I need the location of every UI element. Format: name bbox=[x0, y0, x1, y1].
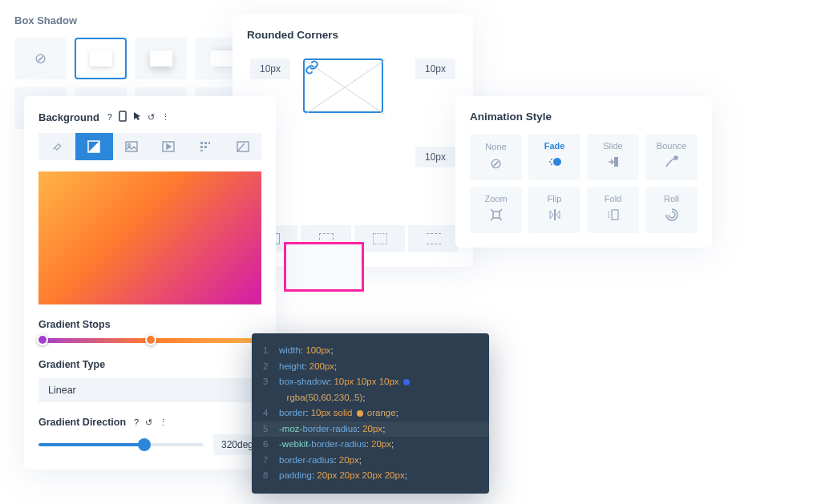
gradient-preview[interactable] bbox=[38, 171, 261, 304]
bounce-icon bbox=[664, 154, 680, 174]
background-tabs bbox=[38, 133, 261, 160]
reset-icon[interactable]: ↺ bbox=[148, 112, 155, 123]
svg-rect-4 bbox=[126, 142, 137, 151]
fold-icon bbox=[605, 207, 621, 227]
gradient-stop-handle[interactable] bbox=[37, 334, 48, 345]
svg-rect-8 bbox=[204, 142, 207, 144]
help-icon[interactable]: ? bbox=[107, 112, 112, 122]
animation-option-bounce[interactable]: Bounce bbox=[645, 134, 698, 180]
code-line: 6-webkit-border-radius: 20px; bbox=[263, 437, 478, 453]
animation-option-fold[interactable]: Fold bbox=[587, 187, 639, 233]
animation-option-none[interactable]: None⊘ bbox=[470, 134, 522, 180]
animation-option-flip[interactable]: Flip bbox=[528, 187, 580, 233]
svg-rect-22 bbox=[612, 210, 618, 220]
svg-point-14 bbox=[553, 158, 561, 166]
bg-tab-pattern[interactable] bbox=[187, 133, 224, 160]
animation-option-fade[interactable]: Fade bbox=[528, 134, 580, 180]
fade-icon bbox=[547, 154, 563, 174]
corner-top-right-input[interactable]: 10px bbox=[415, 58, 455, 79]
more-icon[interactable]: ⋮ bbox=[159, 417, 168, 428]
box-shadow-none[interactable]: ⊘ bbox=[14, 38, 67, 79]
box-shadow-option[interactable] bbox=[75, 38, 127, 79]
corner-preview[interactable] bbox=[303, 58, 383, 113]
svg-rect-21 bbox=[554, 209, 556, 220]
slide-icon bbox=[605, 154, 621, 174]
slider-handle[interactable] bbox=[138, 438, 151, 451]
code-line: 7border-radius: 20px; bbox=[263, 453, 478, 469]
code-line: 8padding: 20px 20px 20px 20px; bbox=[263, 468, 478, 484]
gradient-direction-slider[interactable] bbox=[38, 443, 204, 446]
corner-bottom-right-input[interactable]: 10px bbox=[415, 147, 455, 167]
animation-option-roll[interactable]: Roll bbox=[645, 187, 698, 233]
css-code-panel: 1width: 100px;2height: 200px;3box-shadow… bbox=[252, 333, 489, 494]
code-line: 3box-shadow: 10px 10px 10px rgba(50,60,2… bbox=[263, 374, 478, 405]
hover-icon[interactable] bbox=[133, 111, 141, 123]
reset-icon[interactable]: ↺ bbox=[145, 417, 152, 428]
gradient-type-label: Gradient Type bbox=[38, 359, 261, 370]
corner-top-left-input[interactable]: 10px bbox=[250, 58, 290, 79]
none-icon: ⊘ bbox=[490, 155, 502, 172]
animation-grid: None⊘FadeSlideBounceZoomFlipFoldRoll bbox=[470, 134, 698, 233]
roll-icon bbox=[664, 207, 680, 227]
animation-panel: Animation Style None⊘FadeSlideBounceZoom… bbox=[455, 96, 712, 248]
svg-point-15 bbox=[551, 159, 552, 160]
bg-tab-image[interactable] bbox=[113, 133, 150, 160]
background-title: Background bbox=[38, 111, 99, 123]
gradient-stops-label: Gradient Stops bbox=[38, 319, 261, 330]
gradient-stop-handle[interactable] bbox=[145, 334, 156, 345]
svg-rect-9 bbox=[208, 142, 210, 144]
animation-option-slide[interactable]: Slide bbox=[587, 134, 639, 180]
bg-tab-video[interactable] bbox=[150, 133, 187, 160]
flip-icon bbox=[547, 207, 563, 227]
zoom-icon bbox=[488, 207, 504, 227]
svg-rect-20 bbox=[493, 212, 499, 218]
code-line: 1width: 100px; bbox=[263, 343, 478, 359]
gradient-stops-slider[interactable] bbox=[38, 338, 261, 343]
help-icon[interactable]: ? bbox=[134, 417, 139, 427]
code-line: 5-moz-border-radius: 20px; bbox=[252, 421, 489, 437]
code-line: 4border: 10px solid orange; bbox=[263, 405, 478, 421]
rounded-corners-title: Rounded Corners bbox=[247, 29, 459, 41]
animation-title: Animation Style bbox=[470, 111, 698, 123]
svg-rect-12 bbox=[200, 150, 203, 151]
gradient-direction-label: Gradient Direction bbox=[38, 417, 126, 428]
svg-rect-2 bbox=[119, 111, 126, 121]
device-icon[interactable] bbox=[119, 111, 127, 123]
box-shadow-option[interactable] bbox=[135, 38, 187, 79]
more-icon[interactable]: ⋮ bbox=[161, 112, 170, 123]
svg-point-17 bbox=[551, 163, 552, 165]
bg-tab-gradient[interactable] bbox=[75, 133, 112, 160]
box-shadow-title: Box Shadow bbox=[14, 14, 247, 26]
rounded-corners-grid: 10px 10px 10px bbox=[247, 57, 459, 169]
animation-option-zoom[interactable]: Zoom bbox=[470, 187, 522, 233]
bg-tab-mask[interactable] bbox=[224, 133, 261, 160]
background-panel: Background ? ↺ ⋮ bbox=[24, 96, 276, 470]
svg-rect-18 bbox=[614, 157, 618, 167]
svg-point-19 bbox=[674, 156, 677, 159]
svg-rect-11 bbox=[204, 146, 207, 148]
bg-tab-color[interactable] bbox=[38, 133, 75, 160]
svg-point-16 bbox=[549, 161, 551, 163]
code-line: 2height: 200px; bbox=[263, 359, 478, 375]
gradient-type-select[interactable]: Linear bbox=[38, 378, 261, 402]
svg-rect-7 bbox=[200, 142, 203, 144]
highlight-preview bbox=[284, 242, 364, 292]
svg-rect-10 bbox=[200, 146, 203, 148]
border-style-option[interactable] bbox=[408, 225, 459, 252]
